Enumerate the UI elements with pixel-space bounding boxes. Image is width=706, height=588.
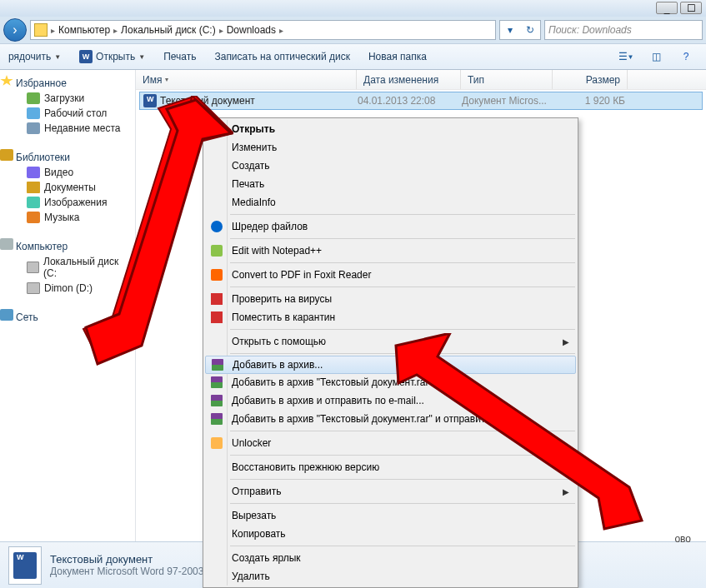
file-date: 04.01.2013 22:08 [358, 95, 462, 107]
word-document-icon [143, 94, 157, 107]
sidebar-item-downloads[interactable]: Загрузки [0, 91, 135, 106]
winrar-icon [211, 376, 223, 388]
ctx-open-with[interactable]: Открыть с помощью▶ [205, 332, 576, 351]
forward-button[interactable]: › [3, 18, 27, 42]
toolbar: рядочить ▼ WОткрыть ▼ Печать Записать на… [0, 43, 706, 70]
partial-label: ово [674, 533, 691, 545]
images-icon [27, 197, 40, 208]
burn-button[interactable]: Записать на оптический диск [206, 47, 358, 66]
word-document-icon [13, 552, 37, 579]
ctx-edit[interactable]: Изменить [205, 138, 576, 157]
help-button[interactable]: ? [674, 47, 698, 66]
sidebar-item-music[interactable]: Музыка [0, 210, 135, 225]
details-subtitle: Документ Microsoft Word 97-2003 [50, 566, 203, 577]
search-input[interactable]: Поиск: Downloads [544, 20, 703, 40]
file-size: 1 920 КБ [553, 95, 625, 107]
ctx-delete[interactable]: Удалить [205, 567, 576, 586]
new-folder-button[interactable]: Новая папка [360, 47, 435, 66]
navigation-sidebar: Избранное Загрузки Рабочий стол Недавние… [0, 70, 136, 541]
sidebar-item-drive-d[interactable]: Dimon (D:) [0, 281, 135, 296]
ctx-quarantine[interactable]: Поместить в карантин [205, 308, 576, 326]
sidebar-item-images[interactable]: Изображения [0, 195, 135, 210]
sidebar-item-recent[interactable]: Недавние места [0, 121, 135, 136]
breadcrumb-computer[interactable]: Компьютер [55, 24, 113, 36]
ctx-shredder[interactable]: Шредер файлов [205, 217, 576, 236]
breadcrumb-downloads[interactable]: Downloads [223, 24, 279, 36]
computer-icon [0, 238, 13, 250]
sidebar-computer-header[interactable]: Компьютер [0, 237, 135, 254]
submenu-arrow-icon: ▶ [563, 487, 569, 496]
context-menu: Открыть Изменить Создать Печать MediaInf… [203, 117, 578, 588]
kaspersky-icon [211, 311, 223, 323]
winrar-icon [211, 413, 223, 425]
ctx-copy[interactable]: Копировать [205, 525, 576, 543]
column-type[interactable]: Тип [461, 70, 553, 89]
details-file-icon [8, 546, 42, 585]
downloads-icon [27, 92, 40, 104]
ctx-cut[interactable]: Вырезать [205, 506, 576, 525]
details-title: Текстовый документ [50, 553, 203, 566]
minimize-button[interactable]: _ [656, 2, 678, 14]
ctx-open[interactable]: Открыть [205, 120, 576, 138]
ctx-shortcut[interactable]: Создать ярлык [205, 549, 576, 567]
drive-icon [27, 282, 40, 294]
ctx-restore[interactable]: Восстановить прежнюю версию [205, 458, 576, 476]
file-row[interactable]: Текстовый документ 04.01.2013 22:08 Доку… [139, 92, 703, 110]
sidebar-item-documents[interactable]: Документы [0, 180, 135, 195]
sidebar-item-drive-c[interactable]: Локальный диск (C: [0, 254, 135, 281]
sort-indicator-icon: ▾ [165, 76, 168, 83]
kaspersky-icon [211, 293, 223, 305]
ctx-virus-check[interactable]: Проверить на вирусы [205, 290, 576, 308]
file-name: Текстовый документ [160, 95, 255, 107]
folder-icon [34, 23, 48, 37]
ctx-add-email[interactable]: Добавить в архив и отправить по e-mail..… [205, 391, 576, 410]
refresh-button[interactable]: ↻ [520, 21, 540, 39]
desktop-icon [27, 107, 40, 119]
video-icon [27, 167, 40, 178]
drive-icon [27, 262, 39, 273]
chevron-down-icon: ▼ [54, 53, 61, 61]
sidebar-libraries-header[interactable]: Библиотеки [0, 147, 135, 165]
column-size[interactable]: Размер [553, 70, 628, 89]
sidebar-item-video[interactable]: Видео [0, 165, 135, 180]
address-row: › ▸ Компьютер ▸ Локальный диск (C:) ▸ Do… [0, 17, 706, 43]
breadcrumb[interactable]: ▸ Компьютер ▸ Локальный диск (C:) ▸ Down… [30, 20, 496, 40]
ctx-foxit[interactable]: Convert to PDF in Foxit Reader [205, 266, 576, 284]
ccleaner-icon [211, 221, 223, 232]
submenu-arrow-icon: ▶ [563, 337, 569, 346]
file-type: Документ Micros... [462, 95, 553, 107]
ctx-add-to-archive[interactable]: Добавить в архив... [205, 356, 576, 374]
column-date[interactable]: Дата изменения [357, 70, 461, 89]
maximize-button[interactable]: ☐ [680, 2, 702, 14]
star-icon [0, 75, 13, 87]
titlebar: _ ☐ [0, 0, 706, 17]
word-icon: W [79, 50, 93, 63]
foxit-icon [211, 269, 223, 281]
ctx-unlocker[interactable]: Unlocker [205, 434, 576, 452]
ctx-add-archive-named[interactable]: Добавить в архив "Текстовый документ.rar… [205, 373, 576, 391]
breadcrumb-drive-c[interactable]: Локальный диск (C:) [118, 24, 219, 36]
sidebar-item-desktop[interactable]: Рабочий стол [0, 106, 135, 121]
ctx-print[interactable]: Печать [205, 175, 576, 193]
organize-button[interactable]: рядочить ▼ [0, 47, 69, 66]
ctx-notepad[interactable]: Edit with Notepad++ [205, 242, 576, 260]
notepad-plus-icon [211, 245, 223, 257]
ctx-mediainfo[interactable]: MediaInfo [205, 193, 576, 212]
history-dropdown-button[interactable]: ▾ [500, 21, 520, 39]
print-button[interactable]: Печать [155, 47, 204, 66]
ctx-create[interactable]: Создать [205, 157, 576, 175]
view-options-button[interactable]: ☰ ▼ [614, 47, 638, 66]
unlocker-icon [211, 437, 223, 449]
ctx-send-to[interactable]: Отправить▶ [205, 482, 576, 501]
winrar-icon [211, 395, 223, 406]
sidebar-favorites-header[interactable]: Избранное [0, 73, 135, 91]
winrar-icon [212, 359, 223, 371]
chevron-down-icon: ▼ [138, 53, 145, 61]
open-button[interactable]: WОткрыть ▼ [71, 47, 153, 67]
sidebar-network-header[interactable]: Сеть [0, 307, 135, 325]
search-placeholder: Поиск: Downloads [548, 24, 632, 36]
preview-pane-button[interactable]: ◫ [644, 47, 668, 66]
ctx-add-named-send[interactable]: Добавить в архив "Текстовый документ.rar… [205, 410, 576, 428]
column-name[interactable]: Имя▾ [136, 70, 357, 89]
music-icon [27, 212, 40, 223]
